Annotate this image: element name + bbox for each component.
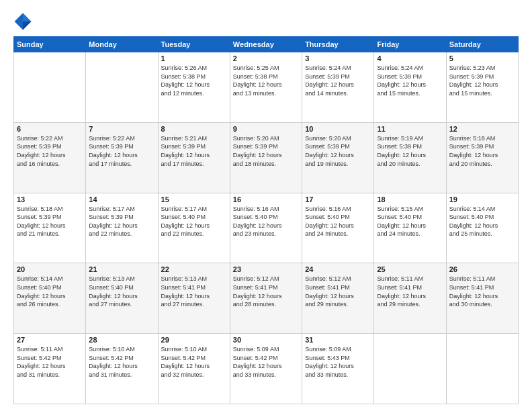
page: SundayMondayTuesdayWednesdayThursdayFrid…	[0, 0, 532, 411]
week-row-2: 6Sunrise: 5:22 AM Sunset: 5:39 PM Daylig…	[14, 122, 519, 193]
day-info: Sunrise: 5:24 AM Sunset: 5:39 PM Dayligh…	[305, 64, 371, 97]
calendar-cell	[374, 334, 446, 404]
calendar-cell: 4Sunrise: 5:24 AM Sunset: 5:39 PM Daylig…	[374, 52, 446, 123]
day-info: Sunrise: 5:17 AM Sunset: 5:40 PM Dayligh…	[161, 205, 227, 238]
day-number: 22	[161, 265, 227, 273]
weekday-header-friday: Friday	[374, 37, 446, 52]
svg-marker-1	[23, 13, 31, 21]
weekday-header-thursday: Thursday	[302, 37, 374, 52]
day-info: Sunrise: 5:14 AM Sunset: 5:40 PM Dayligh…	[449, 205, 515, 238]
week-row-4: 20Sunrise: 5:14 AM Sunset: 5:40 PM Dayli…	[14, 263, 519, 334]
day-info: Sunrise: 5:09 AM Sunset: 5:42 PM Dayligh…	[233, 345, 299, 379]
calendar-cell: 3Sunrise: 5:24 AM Sunset: 5:39 PM Daylig…	[302, 52, 374, 123]
day-info: Sunrise: 5:11 AM Sunset: 5:42 PM Dayligh…	[17, 345, 83, 379]
calendar-cell: 7Sunrise: 5:22 AM Sunset: 5:39 PM Daylig…	[86, 122, 158, 193]
day-number: 5	[449, 54, 515, 62]
calendar-cell: 27Sunrise: 5:11 AM Sunset: 5:42 PM Dayli…	[14, 334, 86, 404]
day-number: 23	[233, 265, 299, 273]
day-info: Sunrise: 5:15 AM Sunset: 5:40 PM Dayligh…	[377, 205, 443, 238]
day-number: 27	[17, 336, 83, 344]
calendar-cell: 18Sunrise: 5:15 AM Sunset: 5:40 PM Dayli…	[374, 193, 446, 263]
calendar-cell: 21Sunrise: 5:13 AM Sunset: 5:40 PM Dayli…	[86, 263, 158, 334]
day-info: Sunrise: 5:11 AM Sunset: 5:41 PM Dayligh…	[377, 275, 443, 308]
day-info: Sunrise: 5:11 AM Sunset: 5:41 PM Dayligh…	[449, 275, 515, 308]
calendar-cell	[86, 52, 158, 123]
day-info: Sunrise: 5:12 AM Sunset: 5:41 PM Dayligh…	[305, 275, 371, 308]
day-number: 28	[89, 336, 154, 344]
calendar-cell: 24Sunrise: 5:12 AM Sunset: 5:41 PM Dayli…	[302, 263, 374, 334]
day-number: 11	[377, 125, 443, 133]
day-info: Sunrise: 5:20 AM Sunset: 5:39 PM Dayligh…	[233, 134, 299, 168]
day-info: Sunrise: 5:09 AM Sunset: 5:43 PM Dayligh…	[305, 345, 371, 379]
calendar-cell: 26Sunrise: 5:11 AM Sunset: 5:41 PM Dayli…	[446, 263, 518, 334]
day-number: 20	[17, 265, 83, 273]
day-info: Sunrise: 5:13 AM Sunset: 5:40 PM Dayligh…	[89, 275, 154, 308]
day-info: Sunrise: 5:13 AM Sunset: 5:41 PM Dayligh…	[161, 275, 227, 308]
calendar-cell: 6Sunrise: 5:22 AM Sunset: 5:39 PM Daylig…	[14, 122, 86, 193]
calendar-cell: 14Sunrise: 5:17 AM Sunset: 5:39 PM Dayli…	[86, 193, 158, 263]
day-number: 2	[233, 54, 299, 62]
weekday-header-saturday: Saturday	[446, 37, 518, 52]
calendar-cell: 30Sunrise: 5:09 AM Sunset: 5:42 PM Dayli…	[230, 334, 302, 404]
day-info: Sunrise: 5:22 AM Sunset: 5:39 PM Dayligh…	[17, 134, 83, 168]
calendar-cell: 19Sunrise: 5:14 AM Sunset: 5:40 PM Dayli…	[446, 193, 518, 263]
day-info: Sunrise: 5:14 AM Sunset: 5:40 PM Dayligh…	[17, 275, 83, 308]
day-number: 17	[305, 195, 371, 203]
calendar-cell: 29Sunrise: 5:10 AM Sunset: 5:42 PM Dayli…	[158, 334, 230, 404]
day-info: Sunrise: 5:24 AM Sunset: 5:39 PM Dayligh…	[377, 64, 443, 97]
day-info: Sunrise: 5:23 AM Sunset: 5:39 PM Dayligh…	[449, 64, 515, 97]
day-number: 7	[89, 125, 154, 133]
day-number: 14	[89, 195, 154, 203]
day-number: 4	[377, 54, 443, 62]
calendar-cell: 11Sunrise: 5:19 AM Sunset: 5:39 PM Dayli…	[374, 122, 446, 193]
day-number: 3	[305, 54, 371, 62]
logo-icon	[13, 12, 32, 31]
calendar-cell: 22Sunrise: 5:13 AM Sunset: 5:41 PM Dayli…	[158, 263, 230, 334]
weekday-header-wednesday: Wednesday	[230, 37, 302, 52]
day-number: 1	[161, 54, 227, 62]
day-number: 26	[449, 265, 515, 273]
day-info: Sunrise: 5:25 AM Sunset: 5:38 PM Dayligh…	[233, 64, 299, 97]
day-number: 19	[449, 195, 515, 203]
day-info: Sunrise: 5:18 AM Sunset: 5:39 PM Dayligh…	[449, 134, 515, 168]
day-info: Sunrise: 5:22 AM Sunset: 5:39 PM Dayligh…	[89, 134, 154, 168]
calendar-cell: 5Sunrise: 5:23 AM Sunset: 5:39 PM Daylig…	[446, 52, 518, 123]
calendar-cell	[14, 52, 86, 123]
day-number: 6	[17, 125, 83, 133]
day-info: Sunrise: 5:26 AM Sunset: 5:38 PM Dayligh…	[161, 64, 227, 97]
calendar-cell: 1Sunrise: 5:26 AM Sunset: 5:38 PM Daylig…	[158, 52, 230, 123]
calendar-cell: 31Sunrise: 5:09 AM Sunset: 5:43 PM Dayli…	[302, 334, 374, 404]
calendar-cell	[446, 334, 518, 404]
day-number: 24	[305, 265, 371, 273]
day-number: 12	[449, 125, 515, 133]
header	[13, 12, 519, 31]
calendar-cell: 23Sunrise: 5:12 AM Sunset: 5:41 PM Dayli…	[230, 263, 302, 334]
day-number: 29	[161, 336, 227, 344]
day-info: Sunrise: 5:18 AM Sunset: 5:39 PM Dayligh…	[17, 205, 83, 238]
day-number: 30	[233, 336, 299, 344]
day-info: Sunrise: 5:21 AM Sunset: 5:39 PM Dayligh…	[161, 134, 227, 168]
day-info: Sunrise: 5:17 AM Sunset: 5:39 PM Dayligh…	[89, 205, 154, 238]
calendar-cell: 20Sunrise: 5:14 AM Sunset: 5:40 PM Dayli…	[14, 263, 86, 334]
day-info: Sunrise: 5:16 AM Sunset: 5:40 PM Dayligh…	[305, 205, 371, 238]
week-row-3: 13Sunrise: 5:18 AM Sunset: 5:39 PM Dayli…	[14, 193, 519, 263]
day-number: 10	[305, 125, 371, 133]
calendar-cell: 2Sunrise: 5:25 AM Sunset: 5:38 PM Daylig…	[230, 52, 302, 123]
day-number: 25	[377, 265, 443, 273]
calendar-cell: 12Sunrise: 5:18 AM Sunset: 5:39 PM Dayli…	[446, 122, 518, 193]
weekday-header-monday: Monday	[86, 37, 158, 52]
day-number: 16	[233, 195, 299, 203]
calendar-cell: 17Sunrise: 5:16 AM Sunset: 5:40 PM Dayli…	[302, 193, 374, 263]
day-number: 9	[233, 125, 299, 133]
svg-marker-2	[23, 21, 31, 30]
day-number: 8	[161, 125, 227, 133]
day-info: Sunrise: 5:10 AM Sunset: 5:42 PM Dayligh…	[89, 345, 154, 379]
weekday-header-tuesday: Tuesday	[158, 37, 230, 52]
week-row-5: 27Sunrise: 5:11 AM Sunset: 5:42 PM Dayli…	[14, 334, 519, 404]
day-info: Sunrise: 5:12 AM Sunset: 5:41 PM Dayligh…	[233, 275, 299, 308]
day-info: Sunrise: 5:19 AM Sunset: 5:39 PM Dayligh…	[377, 134, 443, 168]
calendar-cell: 8Sunrise: 5:21 AM Sunset: 5:39 PM Daylig…	[158, 122, 230, 193]
week-row-1: 1Sunrise: 5:26 AM Sunset: 5:38 PM Daylig…	[14, 52, 519, 123]
day-info: Sunrise: 5:10 AM Sunset: 5:42 PM Dayligh…	[161, 345, 227, 379]
day-number: 21	[89, 265, 154, 273]
